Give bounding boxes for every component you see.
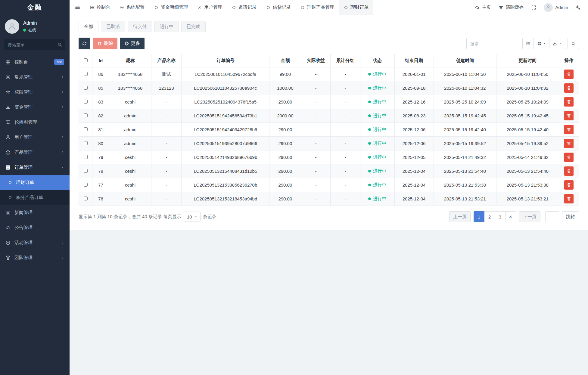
page-number[interactable]: 2 <box>484 211 495 222</box>
chevron-left-icon <box>61 256 64 259</box>
sidebar-item[interactable]: 产品管理 <box>0 145 70 160</box>
row-delete-button[interactable] <box>564 83 574 93</box>
cell-end-date: 2025-09-18 <box>394 81 434 95</box>
top-tab-label: 借贷记录 <box>273 5 291 10</box>
row-delete-button[interactable] <box>564 97 574 107</box>
row-delete-button[interactable] <box>564 180 574 190</box>
cell-order-no: LC202506101104325738a904c <box>182 81 269 95</box>
jump-page-input[interactable] <box>545 211 559 222</box>
sidebar-subitem[interactable]: 积分产品订单 <box>0 190 70 205</box>
cell-updated-at: 2025-05-14 21:49:32 <box>496 150 559 164</box>
sidebar-item[interactable]: 公告管理 <box>0 220 70 235</box>
sidebar-item-label: 活动管理 <box>14 240 57 246</box>
top-tab[interactable]: 资金明细管理 <box>149 0 193 15</box>
circle-icon <box>154 5 158 10</box>
status-dot-icon <box>368 156 371 159</box>
top-tab[interactable]: 邀请记录 <box>227 0 261 15</box>
row-delete-button[interactable] <box>564 153 574 162</box>
row-checkbox[interactable] <box>84 141 88 145</box>
menu-toggle-button[interactable] <box>70 0 85 15</box>
page-number[interactable]: 4 <box>505 211 516 222</box>
row-checkbox[interactable] <box>84 169 88 173</box>
cell-nickname: admin <box>109 109 151 123</box>
cell-amount: 290.00 <box>269 178 301 192</box>
home-link[interactable]: 主页 <box>471 0 495 15</box>
sidebar-item[interactable]: 活动管理 <box>0 235 70 250</box>
row-checkbox[interactable] <box>84 127 88 131</box>
sidebar-item[interactable]: 用户管理 <box>0 130 70 145</box>
cell-amount: 290.00 <box>269 192 301 206</box>
cell-actions <box>559 164 579 178</box>
clear-cache-link[interactable]: 清除缓存 <box>495 0 527 15</box>
row-delete-button[interactable] <box>564 166 574 176</box>
row-checkbox[interactable] <box>84 86 88 90</box>
sidebar-subitem[interactable]: 理财订单 <box>0 175 70 190</box>
filter-tab[interactable]: 全部 <box>79 21 98 32</box>
export-button[interactable] <box>549 38 565 49</box>
page-size-select[interactable]: 10 <box>184 212 201 222</box>
filter-tab[interactable]: 进行中 <box>154 21 179 32</box>
sidebar-item[interactable]: 资金管理 <box>0 100 70 115</box>
sidebar-item[interactable]: 权限管理 <box>0 85 70 100</box>
sidebar-item-label: 用户管理 <box>14 135 57 140</box>
jump-button[interactable]: 跳转 <box>562 211 579 222</box>
top-tab[interactable]: 控制台 <box>85 0 115 15</box>
sidebar-search-input[interactable] <box>4 39 65 50</box>
filter-tab[interactable]: 待支付 <box>128 21 152 32</box>
table-search-input[interactable] <box>466 38 519 49</box>
cell-total-dividend: - <box>331 109 360 123</box>
cell-created-at: 2025-05-13 21:53:21 <box>434 192 496 206</box>
row-delete-button[interactable] <box>564 194 574 203</box>
row-delete-button[interactable] <box>564 125 574 134</box>
refresh-button[interactable] <box>79 38 90 49</box>
top-tab[interactable]: 借贷记录 <box>261 0 296 15</box>
cell-product-name: - <box>151 164 182 178</box>
row-checkbox[interactable] <box>84 72 88 76</box>
table-row: 85183****4058123123LC202506101104325738a… <box>79 81 579 95</box>
search-button[interactable] <box>568 38 579 49</box>
cell-status: 进行中 <box>360 67 394 81</box>
detail-view-button[interactable] <box>522 38 534 49</box>
sidebar-item[interactable]: 控制台hot <box>0 54 70 70</box>
sidebar-item[interactable]: 常规管理 <box>0 70 70 85</box>
row-delete-button[interactable] <box>564 70 574 79</box>
row-checkbox[interactable] <box>84 183 88 187</box>
sidebar-item[interactable]: 团队管理 <box>0 250 70 265</box>
cell-actions <box>559 192 579 206</box>
row-checkbox[interactable] <box>84 155 88 159</box>
next-page-button[interactable]: 下一页 <box>519 211 540 222</box>
trash-icon <box>567 113 571 118</box>
delete-button[interactable]: 删除 <box>93 38 117 49</box>
more-button[interactable]: 更多 <box>120 38 145 49</box>
settings-button[interactable] <box>572 0 584 15</box>
row-checkbox[interactable] <box>84 197 88 200</box>
trash-icon <box>567 169 571 173</box>
filter-tab[interactable]: 已取消 <box>101 21 125 32</box>
fullscreen-button[interactable] <box>527 0 540 15</box>
prev-page-button[interactable]: 上一页 <box>449 211 471 222</box>
user-status: 在线 <box>23 27 37 33</box>
row-delete-button[interactable] <box>564 111 574 120</box>
row-delete-button[interactable] <box>564 139 574 148</box>
sidebar-menu: 控制台hot常规管理权限管理资金管理轮播图管理用户管理产品管理订单管理理财订单积… <box>0 54 70 265</box>
top-tab[interactable]: 用户管理 <box>193 0 227 15</box>
row-checkbox[interactable] <box>84 100 88 104</box>
status-dot-icon <box>368 101 371 103</box>
sidebar-item[interactable]: 轮播图管理 <box>0 115 70 130</box>
sidebar-item[interactable]: 新闻管理 <box>0 205 70 220</box>
bars-icon <box>75 5 80 10</box>
row-checkbox[interactable] <box>84 113 88 117</box>
sidebar-subitem-label: 理财订单 <box>16 180 64 185</box>
columns-button[interactable] <box>534 38 549 49</box>
page-number[interactable]: 1 <box>474 211 484 222</box>
filter-tab[interactable]: 已完成 <box>181 21 206 32</box>
select-all-checkbox[interactable] <box>84 58 88 62</box>
top-tab[interactable]: 系统配置 <box>115 0 149 15</box>
top-tab[interactable]: 理财产品管理 <box>296 0 339 15</box>
user-menu[interactable]: Admin <box>540 0 572 15</box>
page-number[interactable]: 3 <box>495 211 506 222</box>
cell-amount: 290.00 <box>269 164 301 178</box>
sidebar-item[interactable]: 订单管理 <box>0 160 70 175</box>
top-tab[interactable]: 理财订单 <box>339 0 373 15</box>
cell-actions <box>559 137 579 150</box>
